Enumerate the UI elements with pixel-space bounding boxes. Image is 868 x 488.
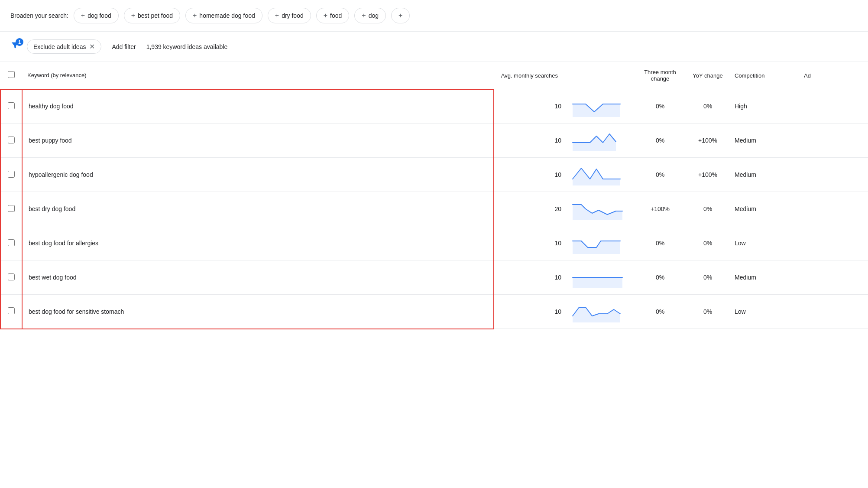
avg-search-cell-2: 10 [494, 158, 563, 192]
filter-icon-wrapper[interactable]: 1 [10, 41, 20, 53]
competition-value-5: Medium [735, 274, 756, 281]
keyword-cell-4: best dog food for allergies [22, 226, 494, 260]
avg-search-value-6: 10 [554, 308, 561, 315]
table-row: best dog food for allergies 10 0% 0% Low [0, 226, 868, 260]
keyword-text-3: best dry dog food [29, 205, 75, 212]
filter-badge: 1 [16, 38, 23, 46]
row-checkbox-4[interactable] [8, 239, 15, 246]
competition-value-6: Low [735, 308, 746, 315]
three-month-value-1: 0% [656, 137, 664, 144]
sparkline-cell-5 [563, 260, 634, 295]
three-month-cell-0: 0% [634, 89, 686, 124]
header-ad[interactable]: Ad [799, 62, 868, 89]
ad-cell-6 [799, 295, 868, 329]
competition-cell-6: Low [729, 295, 799, 329]
sparkline-cell-3 [563, 192, 634, 226]
three-month-cell-6: 0% [634, 295, 686, 329]
sparkline-cell-4 [563, 226, 634, 260]
keyword-cell-6: best dog food for sensitive stomach [22, 295, 494, 329]
row-checkbox-cell [0, 158, 22, 192]
three-month-value-5: 0% [656, 274, 664, 281]
avg-search-value-4: 10 [554, 240, 561, 247]
avg-search-cell-5: 10 [494, 260, 563, 295]
avg-search-cell-3: 20 [494, 192, 563, 226]
row-checkbox-cell [0, 124, 22, 158]
three-month-cell-4: 0% [634, 226, 686, 260]
keyword-text-6: best dog food for sensitive stomach [29, 308, 124, 315]
keyword-cell-1: best puppy food [22, 124, 494, 158]
sparkline-cell-1 [563, 124, 634, 158]
row-checkbox-1[interactable] [8, 137, 15, 143]
keyword-cell-5: best wet dog food [22, 260, 494, 295]
header-avg-monthly[interactable]: Avg. monthly searches [494, 62, 563, 89]
broaden-chip-label-3: dry food [282, 12, 304, 19]
broaden-chip-3[interactable]: + dry food [268, 8, 311, 23]
header-three-month[interactable]: Three month change [634, 62, 686, 89]
ad-cell-2 [799, 158, 868, 192]
row-checkbox-cell [0, 260, 22, 295]
plus-icon-0: + [81, 12, 85, 20]
avg-search-cell-6: 10 [494, 295, 563, 329]
broaden-chip-4[interactable]: + food [316, 8, 350, 23]
row-checkbox-2[interactable] [8, 171, 15, 178]
broaden-chip-0[interactable]: + dog food [74, 8, 119, 23]
table-row: best puppy food 10 0% +100% Medium [0, 124, 868, 158]
broaden-chip-label-2: homemade dog food [199, 12, 255, 19]
broaden-chip-more[interactable]: + [391, 8, 410, 23]
header-keyword[interactable]: Keyword (by relevance) [22, 62, 494, 89]
keyword-cell-0: healthy dog food [22, 89, 494, 124]
three-month-value-3: +100% [651, 205, 670, 212]
add-filter-button[interactable]: Add filter [108, 41, 139, 53]
row-checkbox-cell [0, 192, 22, 226]
competition-cell-0: High [729, 89, 799, 124]
keyword-table: Keyword (by relevance) Avg. monthly sear… [0, 62, 868, 329]
plus-icon-4: + [324, 12, 327, 20]
yoy-cell-2: +100% [686, 158, 729, 192]
three-month-value-2: 0% [656, 171, 664, 178]
active-filter-chip[interactable]: Exclude adult ideas ✕ [27, 39, 101, 54]
keyword-cell-2: hypoallergenic dog food [22, 158, 494, 192]
avg-search-value-2: 10 [554, 171, 561, 178]
keyword-text-4: best dog food for allergies [29, 240, 98, 247]
keyword-table-wrapper: Keyword (by relevance) Avg. monthly sear… [0, 62, 868, 329]
row-checkbox-0[interactable] [8, 102, 15, 109]
ad-cell-1 [799, 124, 868, 158]
table-body: healthy dog food 10 0% 0% High best pupp… [0, 89, 868, 329]
yoy-value-0: 0% [703, 103, 712, 110]
yoy-cell-0: 0% [686, 89, 729, 124]
competition-value-1: Medium [735, 137, 756, 144]
broaden-chip-label-5: dog [369, 12, 379, 19]
ad-cell-3 [799, 192, 868, 226]
row-checkbox-cell [0, 226, 22, 260]
competition-value-2: Medium [735, 171, 756, 178]
broaden-chip-5[interactable]: + dog [354, 8, 386, 23]
sparkline-cell-2 [563, 158, 634, 192]
select-all-checkbox[interactable] [8, 71, 15, 78]
table-row: healthy dog food 10 0% 0% High [0, 89, 868, 124]
yoy-value-5: 0% [703, 274, 712, 281]
broaden-chip-1[interactable]: + best pet food [124, 8, 180, 23]
yoy-cell-6: 0% [686, 295, 729, 329]
broaden-chip-2[interactable]: + homemade dog food [185, 8, 262, 23]
competition-cell-4: Low [729, 226, 799, 260]
header-competition[interactable]: Competition [729, 62, 799, 89]
header-yoy[interactable]: YoY change [686, 62, 729, 89]
plus-icon-2: + [193, 12, 197, 20]
plus-icon-more: + [398, 12, 402, 20]
yoy-cell-3: 0% [686, 192, 729, 226]
row-checkbox-cell [0, 295, 22, 329]
broaden-bar: Broaden your search: + dog food + best p… [0, 0, 868, 32]
avg-search-value-5: 10 [554, 274, 561, 281]
row-checkbox-5[interactable] [8, 273, 15, 280]
close-filter-icon[interactable]: ✕ [89, 42, 95, 51]
header-checkbox-col [0, 62, 22, 89]
competition-cell-5: Medium [729, 260, 799, 295]
table-row: hypoallergenic dog food 10 0% +100% Medi… [0, 158, 868, 192]
row-checkbox-6[interactable] [8, 307, 15, 314]
competition-cell-1: Medium [729, 124, 799, 158]
competition-value-0: High [735, 103, 747, 110]
three-month-cell-3: +100% [634, 192, 686, 226]
broaden-chip-label-1: best pet food [138, 12, 173, 19]
keyword-count: 1,939 keyword ideas available [146, 43, 228, 50]
row-checkbox-3[interactable] [8, 205, 15, 212]
